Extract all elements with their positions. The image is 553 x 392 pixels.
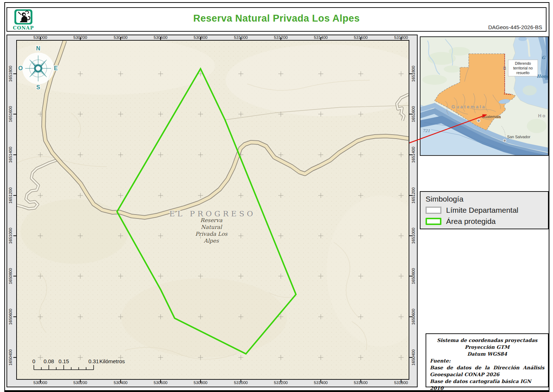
sea-label-fragment: Hond (537, 74, 548, 79)
san-salvador-dot (504, 139, 506, 141)
callout-line: Diferendo (515, 62, 531, 66)
x-coordinate-label: 530800 (194, 35, 207, 40)
reserve-name-label: Reserva (200, 217, 222, 224)
scale-bar-label: 0 (32, 358, 35, 364)
legend-item-protected: Área protegida (426, 217, 548, 226)
x-coordinate-label: 531000 (234, 380, 248, 385)
legend-title: Simbología (426, 195, 548, 203)
inset-country-label: Guatemala (451, 104, 486, 109)
locator-inset-map: BDiferendoterritorial noresueltoGHondGua… (420, 36, 549, 156)
map-grid-frame: EL PROGRESOReservaNaturalPrivada LosAlpe… (6, 35, 418, 387)
capital-city-label: Guatemala (482, 114, 501, 119)
inset-map-canvas: BDiferendoterritorial noresueltoGHondGua… (421, 37, 548, 155)
y-tick (13, 316, 16, 317)
compass-letter: S (36, 84, 40, 90)
x-coordinate-label: 530200 (73, 380, 87, 385)
x-coordinate-label: 530400 (114, 380, 127, 385)
y-tick (13, 276, 16, 276)
x-coordinate-label: 531400 (314, 35, 328, 40)
x-coordinate-label: 531800 (394, 380, 408, 385)
main-map: EL PROGRESOReservaNaturalPrivada LosAlpe… (17, 41, 409, 379)
reserve-name-label: Privada Los (195, 231, 228, 237)
source-line-1: Base de datos de la Dirección Análisis G… (430, 364, 544, 378)
x-coordinate-label: 530400 (114, 35, 127, 40)
x-coordinate-label: 530800 (194, 380, 207, 385)
terrain-shading (121, 278, 287, 357)
protected-area-swatch (426, 218, 441, 225)
scale-bar-label: 0.08 (44, 358, 54, 364)
y-tick (13, 235, 16, 236)
terrain-shading (21, 199, 129, 264)
y-tick (13, 357, 16, 358)
x-coordinate-label: 530600 (154, 35, 167, 40)
san-salvador-label: San Salvador (507, 135, 531, 139)
x-coordinate-label: 531600 (354, 35, 368, 40)
map-canvas: EL PROGRESOReservaNaturalPrivada LosAlpe… (16, 40, 409, 380)
capital-city-dot (477, 120, 480, 122)
reserve-name-label: Natural (201, 224, 222, 230)
datum-line: Datum WGS84 (430, 351, 544, 357)
callout-line: territorial no (513, 66, 532, 70)
x-coordinate-label: 530200 (73, 35, 87, 40)
callout-line: resuelto (516, 71, 530, 75)
compass-letter: O (18, 65, 23, 71)
reserve-name-label: Alpes (203, 238, 219, 244)
x-coordinate-label: 531200 (274, 35, 288, 40)
x-coordinate-label: 531400 (314, 380, 328, 385)
x-coordinate-label: 530600 (154, 380, 167, 385)
sea-label-fragment: G (541, 55, 545, 60)
header: CONAP Reserva Natural Privada Los Alpes … (6, 7, 547, 32)
source-heading: Fuente: (430, 357, 544, 364)
x-coordinate-label: 531800 (394, 35, 408, 40)
compass-letter: N (36, 45, 40, 51)
legend-item-departmental: Límite Departamental (426, 206, 548, 215)
document-id: DAGeos-445-2026-BS (488, 24, 542, 30)
page-title: Reserva Natural Privada Los Alpes (7, 8, 546, 29)
map-sheet: CONAP Reserva Natural Privada Los Alpes … (0, 0, 553, 392)
compass-letter: E (54, 65, 58, 71)
x-coordinate-label: 531200 (274, 380, 288, 385)
legend: Simbología Límite Departamental Área pro… (420, 191, 549, 229)
y-tick (13, 114, 16, 114)
legend-label-departmental: Límite Departamental (446, 206, 518, 215)
projection-line: Proyección GTM (430, 344, 544, 351)
crs-line: Sistema de coordenadas proyectadas (430, 337, 544, 344)
x-coordinate-label: 530000 (33, 35, 47, 40)
road-number-label: 721 (423, 129, 430, 133)
x-coordinate-label: 531600 (354, 380, 368, 385)
scale-bar-label: 0.15 (58, 358, 69, 364)
source-line-2: Base de datos cartografía básica IGN 201… (430, 378, 544, 392)
credits-box: Sistema de coordenadas proyectadas Proye… (426, 333, 549, 387)
y-tick (13, 154, 16, 155)
x-coordinate-label: 530000 (33, 380, 47, 385)
legend-label-protected: Área protegida (446, 217, 496, 226)
scale-bar-unit: Kilómetros (99, 358, 125, 364)
scale-bar-label: 0.31 (88, 358, 99, 364)
y-tick (13, 195, 16, 196)
honduras-label: Ho (538, 113, 547, 118)
departmental-boundary-swatch (426, 207, 441, 214)
y-tick (13, 73, 16, 74)
x-coordinate-label: 531000 (234, 35, 248, 40)
